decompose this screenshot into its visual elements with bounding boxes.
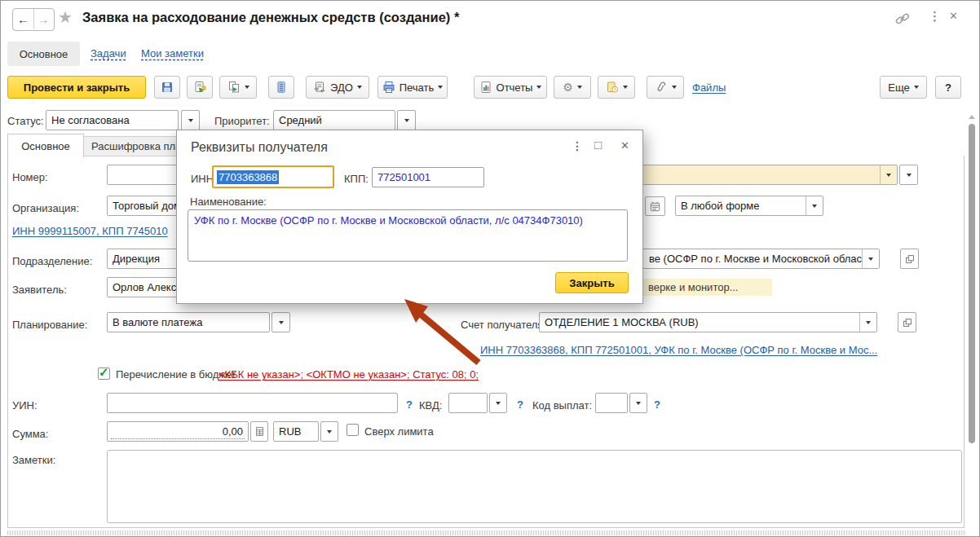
window-menu-kebab-icon[interactable]: ⋮ [929, 9, 941, 24]
app-window: ← → ★ Заявка на расходование денежных ср… [0, 0, 980, 537]
form-tab-payment-breakdown-label: Расшифровка платежа [91, 140, 188, 152]
kvd-dropdown-button[interactable] [489, 393, 507, 413]
dialog-close-icon[interactable]: ✕ [620, 139, 629, 152]
payout-code-field[interactable] [595, 393, 628, 413]
currency-field[interactable]: RUB [273, 421, 319, 442]
post-and-close-button[interactable]: Провести и закрыть [7, 76, 146, 99]
priority-field[interactable]: Средний [273, 110, 395, 130]
payment-form-dropdown[interactable] [806, 196, 823, 215]
edo-dropdown-arrow [357, 86, 362, 89]
section-tab-notes[interactable]: Мои заметки [141, 47, 204, 59]
budget-transfer-checkbox[interactable]: ✓ [98, 368, 110, 380]
page-title: Заявка на расходование денежных средств … [82, 10, 459, 25]
back-button[interactable]: ← [13, 9, 34, 29]
recipient-account-field[interactable]: ОТДЕЛЕНИЕ 1 МОСКВА (RUB) [539, 312, 877, 332]
name-textarea[interactable]: УФК по г. Москве (ОСФР по г. Москве и Мо… [188, 209, 628, 262]
notes-textarea[interactable] [107, 450, 962, 523]
open-form-icon [904, 253, 916, 265]
forward-icon: → [38, 12, 50, 26]
kvd-help[interactable]: ? [517, 398, 523, 411]
uin-help[interactable]: ? [406, 398, 413, 411]
amount-field[interactable]: 0,00 [107, 421, 249, 442]
recipient-account-dropdown[interactable] [859, 313, 876, 332]
dialog-title: Реквизиты получателя [191, 140, 328, 155]
amount-calculator-button[interactable] [250, 421, 268, 442]
over-limit-checkbox[interactable] [347, 424, 359, 436]
create-based-on-button[interactable] [219, 76, 257, 99]
post-document-button[interactable] [187, 76, 213, 99]
payment-form-value: В любой форме [681, 200, 760, 212]
forward-button[interactable]: → [33, 9, 53, 29]
calendar-icon [649, 200, 661, 213]
save-button[interactable] [154, 76, 180, 99]
recipient-dropdown[interactable] [862, 249, 879, 268]
document-timer-dropdown-arrow [623, 86, 628, 89]
edo-label: ЭДО [330, 81, 353, 94]
budget-warning-link[interactable]: <КБК не указан>; <ОКТМО не указан>; Стат… [219, 368, 479, 381]
inn-input[interactable]: 7703363868 [212, 165, 334, 188]
organization-inn-link[interactable]: ИНН 9999115007, КПП 7745010 [12, 225, 168, 237]
number-label: Номер: [12, 171, 48, 183]
status-dropdown-button[interactable] [181, 110, 200, 130]
form-tab-main[interactable]: Основное [7, 134, 84, 157]
attachments-button[interactable] [647, 76, 684, 99]
dialog-maximize-icon[interactable]: □ [594, 138, 602, 152]
organization-value: Торговый дом [113, 200, 181, 212]
print-button[interactable]: Печать [377, 76, 448, 99]
reports-label: Отчеты [497, 81, 533, 94]
favorite-star-icon[interactable]: ★ [58, 7, 73, 27]
payout-code-help[interactable]: ? [654, 398, 660, 411]
currency-dropdown-button[interactable] [320, 421, 338, 442]
inn-value-selected: 7703363868 [217, 170, 279, 184]
recipient-account-open-button[interactable] [898, 312, 916, 332]
department-label: Подразделение: [12, 255, 92, 267]
subordination-structure-button[interactable] [268, 76, 294, 99]
operation-type-dropdown-button[interactable] [899, 165, 918, 185]
kvd-label: КВД: [419, 399, 442, 412]
status-label: Статус: [7, 115, 44, 127]
kpp-value: 772501001 [377, 171, 430, 183]
reports-button[interactable]: Отчеты [474, 76, 547, 99]
planning-dropdown-button[interactable] [271, 312, 290, 332]
recipient-open-button[interactable] [900, 249, 919, 269]
settings-gear-button[interactable]: ⚙ [554, 76, 591, 99]
monitoring-note: верке и монитор... [629, 279, 772, 296]
vertical-scrollbar-thumb[interactable] [969, 124, 975, 443]
status-field[interactable]: Не согласована [46, 110, 179, 130]
scroll-up-arrow[interactable] [969, 115, 975, 119]
department-value: Дирекция [113, 253, 160, 265]
section-tab-tasks[interactable]: Задачи [90, 47, 126, 59]
vertical-scrollbar[interactable] [966, 113, 978, 529]
over-limit-label: Сверх лимита [364, 425, 434, 438]
back-icon: ← [17, 12, 29, 26]
dialog-menu-kebab-icon[interactable]: ⋮ [572, 139, 583, 152]
print-label: Печать [400, 81, 435, 94]
form-tab-payment-breakdown[interactable]: Расшифровка платежа [82, 136, 188, 156]
printer-icon [382, 81, 395, 94]
help-button[interactable]: ? [935, 76, 961, 99]
edo-button[interactable]: ЭДО [306, 76, 369, 99]
get-link-icon[interactable] [894, 11, 911, 27]
document-timer-button[interactable] [598, 76, 635, 99]
kvd-field[interactable] [448, 393, 488, 413]
recipient-inn-link[interactable]: ИНН 7703363868, КПП 772501001, УФК по г.… [480, 344, 877, 356]
payment-form-field[interactable]: В любой форме [675, 196, 823, 216]
date-calendar-button[interactable] [645, 196, 665, 216]
dialog-close-button[interactable]: Закрыть [555, 272, 629, 293]
section-tab-main[interactable]: Основное [7, 42, 80, 66]
uin-field[interactable] [107, 393, 398, 413]
nav-history-group: ← → [12, 8, 55, 31]
recipient-field[interactable]: ве (ОСФР по г. Москве и Московской облас [629, 249, 880, 269]
files-link[interactable]: Файлы [692, 81, 726, 94]
operation-type-dropdown[interactable] [880, 165, 897, 184]
kpp-input[interactable]: 772501001 [372, 167, 484, 187]
planning-field[interactable]: В валюте платежа [107, 312, 270, 332]
payout-code-dropdown-button[interactable] [629, 393, 647, 413]
horizontal-scrollbar[interactable] [7, 530, 966, 535]
priority-dropdown-button[interactable] [397, 110, 416, 130]
window-close-icon[interactable]: ✕ [949, 10, 958, 22]
recipient-value: ве (ОСФР по г. Москве и Московской облас [649, 253, 862, 265]
print-dropdown-arrow [438, 86, 443, 89]
dialog-close-button-label: Закрыть [569, 277, 614, 289]
more-button[interactable]: Еще [880, 76, 927, 99]
